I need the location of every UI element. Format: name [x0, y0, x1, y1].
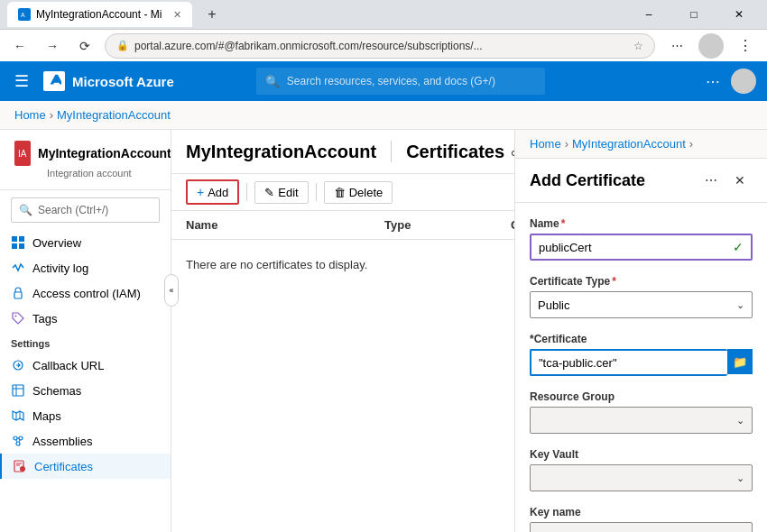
sidebar-item-certificates[interactable]: Certificates [0, 454, 171, 479]
panel-breadcrumb: Home › MyIntegrationAccount › [515, 130, 767, 159]
title-bar: A MyIntegrationAccount - Microso... ✕ + … [0, 0, 767, 29]
key-vault-select[interactable]: ⌄ [530, 464, 753, 491]
ellipsis-nav-icon[interactable]: ⋯ [698, 67, 727, 96]
active-tab[interactable]: A MyIntegrationAccount - Microso... ✕ [7, 2, 192, 27]
cert-type-select[interactable]: Public ⌄ [530, 291, 753, 318]
breadcrumb-sep-1: › [50, 108, 53, 122]
add-certificate-panel: Home › MyIntegrationAccount › Add Certif… [514, 130, 767, 532]
sidebar-item-activity-log[interactable]: Activity log [0, 255, 171, 280]
sidebar: IA MyIntegrationAccount Integration acco… [0, 130, 171, 532]
page-resource-name: MyIntegrationAccount [186, 142, 376, 162]
collapse-chevron-icon: « [169, 286, 173, 295]
menu-icon[interactable]: ⋮ [731, 32, 760, 60]
panel-breadcrumb-resource[interactable]: MyIntegrationAccount [572, 137, 686, 151]
key-name-select[interactable]: ⌄ [530, 522, 753, 532]
bookmark-icon[interactable]: ☆ [633, 40, 643, 52]
url-bar[interactable]: 🔒 portal.azure.com/#@fabrikam.onmicrosof… [105, 33, 655, 59]
resource-group-label: Resource Group [530, 390, 753, 403]
activity-icon [11, 261, 25, 275]
panel-more-icon[interactable]: ⋯ [698, 168, 724, 193]
edit-button[interactable]: ✎ Edit [254, 181, 308, 204]
toolbar-separator-2 [316, 183, 317, 201]
back-button[interactable]: ← [7, 33, 32, 59]
browse-file-button[interactable]: 📁 [727, 349, 753, 374]
refresh-button[interactable]: ⟳ [72, 33, 97, 59]
tab-close-icon[interactable]: ✕ [173, 9, 181, 21]
sidebar-label-schemas: Schemas [32, 384, 81, 398]
svg-rect-7 [19, 243, 24, 249]
sidebar-label-assemblies: Assemblies [32, 435, 92, 448]
resource-icon: IA [14, 141, 31, 166]
user-avatar[interactable] [731, 69, 756, 94]
sidebar-item-overview[interactable]: Overview [0, 230, 171, 255]
cert-file-input[interactable]: "tca-public.cer" [530, 349, 727, 376]
toolbar: + Add ✎ Edit 🗑 Delete [171, 174, 514, 211]
field-resource-group: Resource Group ⌄ [530, 390, 753, 434]
panel-breadcrumb-sep1: › [565, 137, 568, 151]
panel-breadcrumb-sep2: › [689, 137, 693, 151]
sidebar-item-tags[interactable]: Tags [0, 306, 171, 331]
svg-line-20 [16, 440, 17, 442]
breadcrumb-resource[interactable]: MyIntegrationAccount [57, 108, 171, 122]
profile-avatar[interactable] [698, 33, 724, 59]
resource-group-select[interactable]: ⌄ [530, 407, 753, 434]
global-search-input[interactable] [287, 75, 536, 87]
field-key-name: Key name ⌄ [530, 506, 753, 532]
svg-rect-4 [12, 236, 17, 242]
lock-icon [11, 286, 25, 300]
col-name[interactable]: Name [186, 218, 384, 232]
page-section-name: Certificates [406, 142, 504, 162]
maximize-button[interactable]: □ [673, 2, 715, 27]
sidebar-collapse-button[interactable]: « [164, 274, 179, 307]
add-certificate-form: Name* publicCert ✓ Certificate Type* Pub… [515, 203, 767, 532]
sidebar-item-iam[interactable]: Access control (IAM) [0, 280, 171, 306]
panel-header: Add Certificate ⋯ ✕ [515, 159, 767, 203]
key-name-label: Key name [530, 506, 753, 518]
forward-button[interactable]: → [40, 33, 65, 59]
minimize-button[interactable]: – [628, 2, 670, 27]
svg-rect-11 [13, 385, 23, 396]
main-content: MyIntegrationAccount Certificates ☍ ⋯ + … [171, 130, 514, 532]
main-breadcrumb: Home › MyIntegrationAccount [0, 101, 767, 130]
sidebar-label-activity: Activity log [32, 261, 88, 275]
edit-label: Edit [278, 186, 298, 199]
delete-label: Delete [349, 186, 384, 199]
delete-icon: 🗑 [334, 186, 346, 199]
svg-rect-6 [12, 243, 17, 249]
field-cert-file: *Certificate "tca-public.cer" 📁 [530, 333, 753, 376]
sidebar-item-assemblies[interactable]: Assemblies [0, 428, 171, 454]
global-search-box[interactable]: 🔍 [256, 68, 545, 95]
sidebar-label-iam: Access control (IAM) [32, 287, 141, 300]
breadcrumb-home[interactable]: Home [14, 108, 46, 122]
new-tab-button[interactable]: + [199, 2, 225, 27]
pin-icon[interactable]: ☍ [504, 139, 514, 164]
col-type[interactable]: Type [384, 218, 511, 232]
tag-icon [11, 311, 25, 326]
lock-icon: 🔒 [116, 40, 129, 51]
azure-logo-area: Microsoft Azure [43, 71, 174, 91]
extensions-icon[interactable]: ⋯ [662, 32, 691, 60]
cert-file-value: "tca-public.cer" [539, 356, 617, 370]
panel-close-icon[interactable]: ✕ [727, 168, 753, 193]
sidebar-search-area: 🔍 Search (Ctrl+/) [0, 190, 171, 230]
content-area: MyIntegrationAccount Certificates ☍ ⋯ + … [171, 130, 767, 532]
close-button[interactable]: ✕ [718, 2, 760, 27]
resource-subtitle: Integration account [14, 168, 156, 179]
cert-file-label: *Certificate [530, 333, 753, 345]
callback-icon [11, 358, 25, 372]
svg-point-9 [15, 316, 17, 317]
delete-button[interactable]: 🗑 Delete [324, 181, 393, 204]
field-key-vault: Key Vault ⌄ [530, 448, 753, 491]
sidebar-item-schemas[interactable]: Schemas [0, 378, 171, 403]
sidebar-item-maps[interactable]: Maps [0, 403, 171, 428]
sidebar-search-box[interactable]: 🔍 Search (Ctrl+/) [11, 197, 160, 223]
tab-favicon: A [18, 8, 31, 21]
add-button[interactable]: + Add [186, 179, 239, 205]
hamburger-menu[interactable]: ☰ [11, 68, 32, 95]
panel-breadcrumb-home[interactable]: Home [530, 137, 561, 151]
page-header-actions: ☍ ⋯ [504, 139, 514, 164]
address-bar: ← → ⟳ 🔒 portal.azure.com/#@fabrikam.onmi… [0, 29, 767, 61]
name-input[interactable]: publicCert ✓ [530, 234, 753, 261]
sidebar-item-callback[interactable]: Callback URL [0, 353, 171, 378]
name-field-label: Name* [530, 217, 753, 230]
